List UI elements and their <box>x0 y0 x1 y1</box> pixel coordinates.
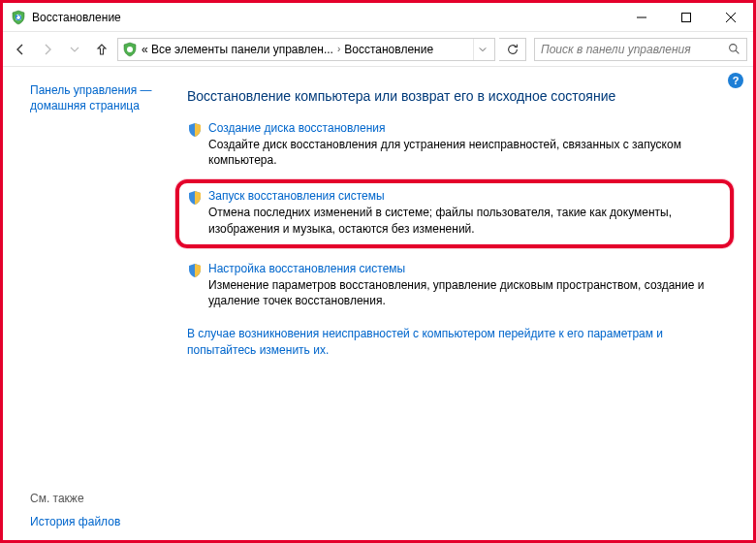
back-button[interactable] <box>9 38 32 61</box>
navigation-bar: « Все элементы панели управлен... › Восс… <box>3 32 753 67</box>
content-area: ? Восстановление компьютера или возврат … <box>177 67 753 540</box>
refresh-button[interactable] <box>499 38 526 61</box>
page-heading: Восстановление компьютера или возврат ег… <box>187 88 730 104</box>
titlebar: Восстановление <box>3 3 753 32</box>
highlight-annotation: Запуск восстановления системы Отмена пос… <box>175 179 734 247</box>
close-button[interactable] <box>709 3 753 32</box>
control-panel-home-link[interactable]: Панель управления — домашняя страница <box>30 82 166 113</box>
breadcrumb-separator-icon: › <box>337 44 340 54</box>
shield-icon <box>187 122 203 138</box>
breadcrumb-current[interactable]: Восстановление <box>344 43 433 56</box>
window: Восстановление <box>3 3 753 540</box>
svg-point-2 <box>127 47 133 52</box>
open-system-restore-link[interactable]: Запуск восстановления системы <box>208 189 720 203</box>
search-icon[interactable] <box>721 43 746 55</box>
maximize-button[interactable] <box>664 3 709 32</box>
screenshot-frame: Восстановление <box>0 0 756 543</box>
pc-settings-troubleshoot-link[interactable]: В случае возникновения неисправностей с … <box>187 326 730 359</box>
file-history-link[interactable]: История файлов <box>30 515 166 528</box>
configure-system-restore-link[interactable]: Настройка восстановления системы <box>208 262 730 275</box>
address-dropdown-icon[interactable] <box>473 39 490 60</box>
open-system-restore-desc: Отмена последних изменений в системе; фа… <box>208 205 720 236</box>
search-input[interactable] <box>535 43 721 56</box>
breadcrumb-parent[interactable]: « Все элементы панели управлен... <box>142 43 333 56</box>
forward-button[interactable] <box>36 38 59 61</box>
window-buttons <box>619 3 753 32</box>
body: Панель управления — домашняя страница См… <box>3 67 753 540</box>
see-also-header: См. также <box>30 492 166 505</box>
search-box[interactable] <box>534 38 747 61</box>
option-configure-system-restore: Настройка восстановления системы Изменен… <box>187 262 730 308</box>
help-icon[interactable]: ? <box>728 73 743 88</box>
window-title: Восстановление <box>32 11 619 24</box>
configure-system-restore-desc: Изменение параметров восстановления, упр… <box>208 277 730 308</box>
svg-point-3 <box>729 45 736 51</box>
create-recovery-drive-desc: Создайте диск восстановления для устране… <box>208 137 730 168</box>
recent-dropdown[interactable] <box>63 38 86 61</box>
address-bar[interactable]: « Все элементы панели управлен... › Восс… <box>117 38 495 61</box>
shield-icon <box>187 263 203 278</box>
sidebar: Панель управления — домашняя страница См… <box>3 67 177 540</box>
create-recovery-drive-link[interactable]: Создание диска восстановления <box>208 121 730 135</box>
option-open-system-restore: Запуск восстановления системы Отмена пос… <box>187 189 720 236</box>
svg-rect-1 <box>682 13 691 21</box>
control-panel-icon <box>122 42 138 57</box>
minimize-button[interactable] <box>619 3 664 32</box>
option-create-recovery-drive: Создание диска восстановления Создайте д… <box>187 121 730 168</box>
shield-icon <box>187 190 203 206</box>
up-button[interactable] <box>90 38 113 61</box>
recovery-icon <box>11 10 26 25</box>
